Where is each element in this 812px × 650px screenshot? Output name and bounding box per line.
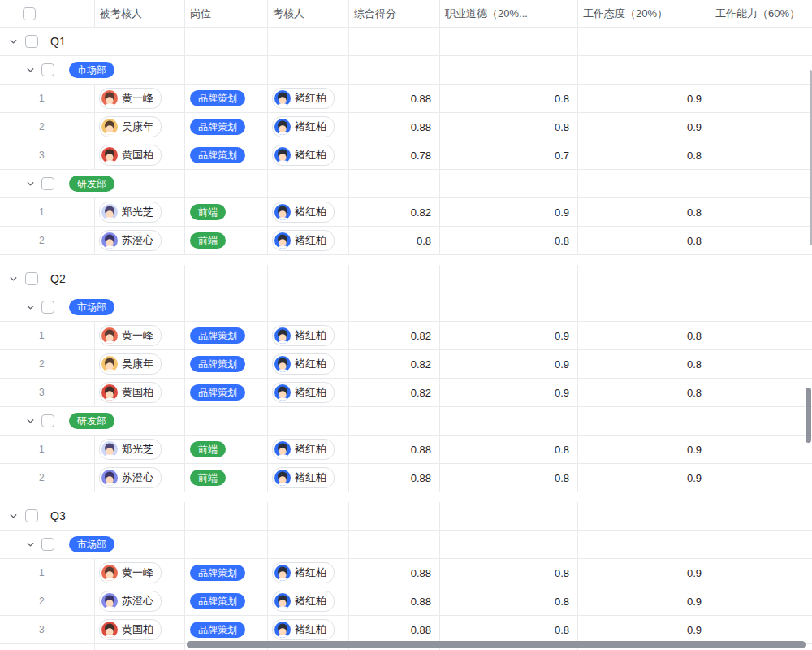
score-cell[interactable]: 0.88	[349, 464, 440, 492]
assessor-cell[interactable]: 褚红柏	[268, 379, 349, 406]
attitude-cell[interactable]: 0.9	[578, 113, 710, 141]
column-header-attitude[interactable]: 工作态度（20%）	[578, 0, 710, 27]
chevron-down-icon[interactable]	[25, 179, 35, 188]
position-cell[interactable]: 品牌策划	[185, 141, 268, 169]
score-cell[interactable]: 0.88	[349, 587, 440, 615]
score-cell[interactable]: 0.8	[349, 227, 440, 254]
score-cell[interactable]: 0.82	[349, 350, 440, 378]
attitude-cell[interactable]: 0.9	[578, 84, 710, 112]
ethics-cell[interactable]: 0.9	[440, 379, 578, 406]
ability-cell[interactable]	[710, 198, 812, 226]
attitude-cell[interactable]: 0.9	[578, 587, 710, 615]
position-cell[interactable]: 品牌策划	[185, 559, 268, 587]
position-cell[interactable]: 前端	[185, 227, 268, 254]
chevron-down-icon[interactable]	[25, 540, 35, 549]
ethics-cell[interactable]: 0.9	[440, 322, 578, 349]
chevron-down-icon[interactable]	[25, 302, 35, 312]
ability-cell[interactable]	[710, 141, 812, 169]
attitude-cell[interactable]: 0.8	[578, 227, 710, 254]
chevron-down-icon[interactable]	[25, 416, 35, 426]
assessor-cell[interactable]: 褚红柏	[268, 198, 349, 226]
row-index-cell[interactable]: 2	[0, 350, 95, 378]
score-cell[interactable]: 0.88	[349, 559, 440, 587]
position-cell[interactable]: 品牌策划	[185, 84, 268, 112]
ethics-cell[interactable]: 0.8	[440, 436, 578, 463]
row-index-cell[interactable]: 1	[0, 84, 95, 112]
select-all-checkbox[interactable]	[23, 7, 36, 20]
attitude-cell[interactable]: 0.8	[578, 322, 710, 349]
ethics-cell[interactable]: 0.8	[440, 559, 578, 587]
position-cell[interactable]: 品牌策划	[185, 616, 268, 644]
attitude-cell[interactable]: 0.8	[578, 350, 710, 378]
position-cell[interactable]: 品牌策划	[185, 379, 268, 406]
row-index-cell[interactable]: 2	[0, 227, 95, 254]
assessor-cell[interactable]: 褚红柏	[268, 436, 349, 463]
position-cell[interactable]: 前端	[185, 198, 268, 226]
row-index-cell[interactable]: 2	[0, 587, 95, 615]
ability-cell[interactable]	[710, 350, 812, 378]
ethics-cell[interactable]: 0.9	[440, 198, 578, 226]
ability-cell[interactable]	[710, 322, 812, 349]
assessor-cell[interactable]: 褚红柏	[268, 616, 349, 644]
subgroup-checkbox[interactable]	[41, 63, 54, 76]
ethics-cell[interactable]: 0.9	[440, 350, 578, 378]
ethics-cell[interactable]: 0.8	[440, 464, 578, 492]
ability-cell[interactable]	[710, 616, 812, 644]
ability-cell[interactable]	[710, 84, 812, 112]
group-checkbox[interactable]	[25, 272, 38, 285]
row-index-cell[interactable]: 1	[0, 559, 95, 587]
ability-cell[interactable]	[710, 379, 812, 406]
ethics-cell[interactable]: 0.8	[440, 113, 578, 141]
attitude-cell[interactable]: 0.9	[578, 436, 710, 463]
subgroup-checkbox[interactable]	[41, 414, 54, 427]
position-cell[interactable]: 品牌策划	[185, 350, 268, 378]
subgroup-checkbox[interactable]	[41, 538, 54, 551]
attitude-cell[interactable]: 0.8	[578, 379, 710, 406]
person-cell[interactable]: 苏澄心	[95, 464, 185, 492]
group-checkbox[interactable]	[25, 509, 38, 522]
column-header-position[interactable]: 岗位	[185, 0, 268, 27]
row-index-cell[interactable]: 3	[0, 616, 95, 644]
assessor-cell[interactable]: 褚红柏	[268, 113, 349, 141]
ethics-cell[interactable]: 0.7	[440, 141, 578, 169]
position-cell[interactable]: 前端	[185, 436, 268, 463]
ability-cell[interactable]	[710, 587, 812, 615]
ethics-cell[interactable]: 0.8	[440, 616, 578, 644]
assessor-cell[interactable]: 褚红柏	[268, 559, 349, 587]
person-cell[interactable]: 郑光芝	[95, 436, 185, 463]
person-cell[interactable]: 黄国柏	[95, 141, 185, 169]
vertical-scrollbar-thumb[interactable]	[806, 388, 811, 443]
horizontal-scrollbar-thumb[interactable]	[187, 641, 806, 648]
row-index-cell[interactable]: 1	[0, 198, 95, 226]
chevron-down-icon[interactable]	[25, 65, 35, 75]
score-cell[interactable]: 0.78	[349, 141, 440, 169]
ability-cell[interactable]	[710, 464, 812, 492]
assessor-cell[interactable]: 褚红柏	[268, 322, 349, 349]
person-cell[interactable]: 黄国柏	[95, 616, 185, 644]
assessor-cell[interactable]: 褚红柏	[268, 227, 349, 254]
position-cell[interactable]: 品牌策划	[185, 587, 268, 615]
person-cell[interactable]: 黄一峰	[95, 84, 185, 112]
assessor-cell[interactable]: 褚红柏	[268, 587, 349, 615]
row-index-cell[interactable]: 1	[0, 436, 95, 463]
attitude-cell[interactable]: 0.8	[578, 198, 710, 226]
chevron-down-icon[interactable]	[8, 37, 18, 46]
assessor-cell[interactable]: 褚红柏	[268, 84, 349, 112]
group-checkbox[interactable]	[25, 35, 38, 48]
person-cell[interactable]: 苏澄心	[95, 587, 185, 615]
row-index-cell[interactable]: 3	[0, 379, 95, 406]
person-cell[interactable]: 苏澄心	[95, 227, 185, 254]
score-cell[interactable]: 0.88	[349, 616, 440, 644]
person-cell[interactable]: 吴康年	[95, 113, 185, 141]
score-cell[interactable]: 0.88	[349, 113, 440, 141]
column-header-ethics[interactable]: 职业道德（20%...	[440, 0, 578, 27]
row-index-cell[interactable]: 2	[0, 464, 95, 492]
ability-cell[interactable]	[710, 559, 812, 587]
ethics-cell[interactable]: 0.8	[440, 587, 578, 615]
person-cell[interactable]: 黄一峰	[95, 559, 185, 587]
attitude-cell[interactable]: 0.8	[578, 141, 710, 169]
row-index-cell[interactable]: 2	[0, 113, 95, 141]
ethics-cell[interactable]: 0.8	[440, 227, 578, 254]
score-cell[interactable]: 0.88	[349, 436, 440, 463]
attitude-cell[interactable]: 0.9	[578, 616, 710, 644]
